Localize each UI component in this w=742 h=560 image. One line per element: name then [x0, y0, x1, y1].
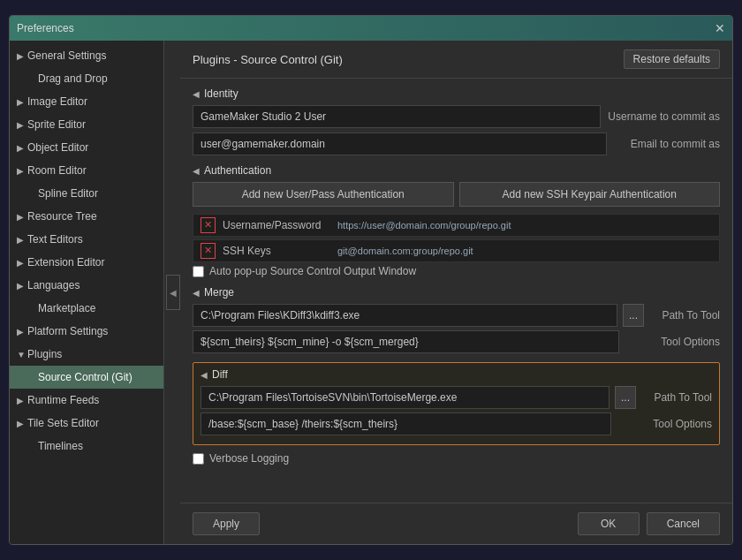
sidebar-item-plugins[interactable]: ▼ Plugins — [10, 343, 163, 366]
sidebar-item-label: Tile Sets Editor — [27, 415, 99, 431]
email-row: Email to commit as — [193, 132, 720, 155]
sidebar-item-label: Marketplace — [38, 300, 95, 316]
sidebar-item-drag-drop[interactable]: Drag and Drop — [10, 67, 163, 90]
arrow-icon: ▶ — [17, 233, 27, 246]
sidebar-item-marketplace[interactable]: Marketplace — [10, 297, 163, 320]
dialog-body: ▶ General Settings Drag and Drop ▶ Image… — [10, 41, 732, 544]
content-body: ◀ Identity Username to commit as Email t… — [180, 79, 732, 503]
main-content: Plugins - Source Control (Git) Restore d… — [180, 41, 732, 544]
content-header: Plugins - Source Control (Git) Restore d… — [180, 41, 732, 79]
sidebar-item-general-settings[interactable]: ▶ General Settings — [10, 44, 163, 67]
collapse-arrow-icon: ◀ — [193, 166, 200, 176]
sidebar-item-label: Source Control (Git) — [38, 369, 132, 385]
auth-url-userpass: https://user@domain.com/group/repo.git — [337, 220, 511, 231]
verbose-logging-label: Verbose Logging — [209, 452, 289, 465]
merge-path-row: ... Path To Tool — [193, 304, 720, 327]
diff-options-label: Tool Options — [641, 418, 712, 430]
sidebar-item-label: General Settings — [27, 48, 106, 64]
auto-popup-label: Auto pop-up Source Control Output Window — [209, 265, 416, 277]
sidebar-item-label: Object Editor — [27, 140, 88, 155]
identity-section: ◀ Identity Username to commit as Email t… — [193, 87, 720, 155]
auth-name-ssh: SSH Keys — [223, 245, 337, 257]
arrow-icon: ▶ — [17, 95, 27, 109]
diff-path-input[interactable] — [201, 386, 610, 409]
merge-section-header: ◀ Merge — [193, 286, 720, 299]
sidebar-item-text-editors[interactable]: ▶ Text Editors — [10, 228, 163, 251]
sidebar-item-label: Platform Settings — [27, 323, 108, 339]
sidebar-item-label: Room Editor — [27, 163, 87, 178]
sidebar-item-object-editor[interactable]: ▶ Object Editor — [10, 136, 163, 159]
auto-popup-checkbox[interactable] — [193, 266, 204, 277]
merge-browse-button[interactable]: ... — [623, 304, 644, 327]
arrow-icon: ▶ — [17, 417, 27, 430]
merge-options-label: Tool Options — [649, 336, 720, 348]
cancel-button[interactable]: Cancel — [647, 512, 720, 535]
sidebar-item-room-editor[interactable]: ▶ Room Editor — [10, 159, 163, 182]
sidebar-item-source-control-git[interactable]: Source Control (Git) — [10, 366, 163, 389]
sidebar-item-resource-tree[interactable]: ▶ Resource Tree — [10, 205, 163, 228]
verbose-logging-row: Verbose Logging — [193, 452, 720, 465]
email-input[interactable] — [193, 132, 607, 155]
add-user-pass-button[interactable]: Add new User/Pass Authentication — [193, 182, 454, 207]
auth-item-userpass: ✕ Username/Password https://user@domain.… — [193, 214, 720, 237]
restore-defaults-button[interactable]: Restore defaults — [624, 49, 720, 69]
username-input[interactable] — [193, 105, 601, 128]
ok-button[interactable]: OK — [578, 512, 640, 535]
sidebar-item-spline-editor[interactable]: Spline Editor — [10, 182, 163, 205]
sidebar-item-label: Languages — [27, 277, 80, 293]
arrow-icon: ▶ — [17, 164, 27, 178]
diff-path-label: Path To Tool — [641, 391, 712, 404]
merge-label: Merge — [204, 286, 234, 299]
auth-url-ssh: git@domain.com:group/repo.git — [337, 246, 473, 256]
arrow-icon: ▶ — [17, 279, 27, 292]
sidebar-item-label: Sprite Editor — [27, 117, 86, 132]
diff-section-header: ◀ Diff — [201, 368, 712, 381]
collapse-arrow-icon: ◀ — [193, 288, 200, 298]
arrow-icon: ▶ — [17, 256, 27, 269]
remove-userpass-button[interactable]: ✕ — [201, 217, 216, 232]
merge-path-label: Path To Tool — [649, 309, 720, 322]
add-ssh-button[interactable]: Add new SSH Keypair Authentication — [459, 182, 721, 207]
sidebar-item-label: Runtime Feeds — [27, 392, 99, 408]
close-button[interactable]: ✕ — [715, 22, 725, 34]
arrow-icon: ▶ — [17, 394, 27, 407]
diff-path-row: ... Path To Tool — [201, 386, 712, 409]
sidebar-item-languages[interactable]: ▶ Languages — [10, 274, 163, 297]
footer-right: OK Cancel — [578, 512, 720, 535]
collapse-arrow-icon: ◀ — [201, 370, 208, 380]
merge-options-row: Tool Options — [193, 330, 720, 353]
dialog-footer: Apply OK Cancel — [180, 503, 732, 544]
diff-options-input[interactable] — [201, 412, 611, 435]
sidebar-item-sprite-editor[interactable]: ▶ Sprite Editor — [10, 113, 163, 136]
dialog-title: Preferences — [17, 22, 74, 34]
diff-browse-button[interactable]: ... — [615, 386, 636, 409]
auto-popup-row: Auto pop-up Source Control Output Window — [193, 265, 720, 277]
merge-section: ◀ Merge ... Path To Tool Tool Options — [193, 286, 720, 353]
sidebar-item-runtime-feeds[interactable]: ▶ Runtime Feeds — [10, 389, 163, 412]
apply-button[interactable]: Apply — [193, 512, 260, 535]
authentication-section: ◀ Authentication Add new User/Pass Authe… — [193, 164, 720, 277]
auth-label: Authentication — [204, 164, 271, 177]
arrow-icon: ▼ — [17, 348, 27, 361]
auth-name-userpass: Username/Password — [223, 219, 337, 231]
content-title: Plugins - Source Control (Git) — [193, 53, 343, 66]
footer-left: Apply — [193, 512, 260, 535]
sidebar-item-extension-editor[interactable]: ▶ Extension Editor — [10, 251, 163, 274]
auth-item-ssh: ✕ SSH Keys git@domain.com:group/repo.git — [193, 239, 720, 262]
sidebar-item-timelines[interactable]: Timelines — [10, 435, 163, 458]
arrow-icon: ▶ — [17, 118, 27, 132]
remove-ssh-button[interactable]: ✕ — [201, 243, 216, 258]
username-label: Username to commit as — [608, 110, 720, 123]
auth-section-header: ◀ Authentication — [193, 164, 720, 177]
sidebar-item-label: Drag and Drop — [38, 71, 108, 87]
merge-options-input[interactable] — [193, 330, 619, 353]
sidebar-item-tile-sets-editor[interactable]: ▶ Tile Sets Editor — [10, 412, 163, 435]
sidebar-collapse-button[interactable]: ◀ — [166, 275, 180, 310]
title-bar: Preferences ✕ — [10, 16, 732, 41]
merge-path-input[interactable] — [193, 304, 617, 327]
sidebar-item-platform-settings[interactable]: ▶ Platform Settings — [10, 320, 163, 343]
collapse-arrow-icon: ◀ — [193, 89, 200, 99]
sidebar-item-image-editor[interactable]: ▶ Image Editor — [10, 90, 163, 113]
verbose-logging-checkbox[interactable] — [193, 453, 204, 465]
sidebar-item-label: Resource Tree — [27, 208, 97, 224]
